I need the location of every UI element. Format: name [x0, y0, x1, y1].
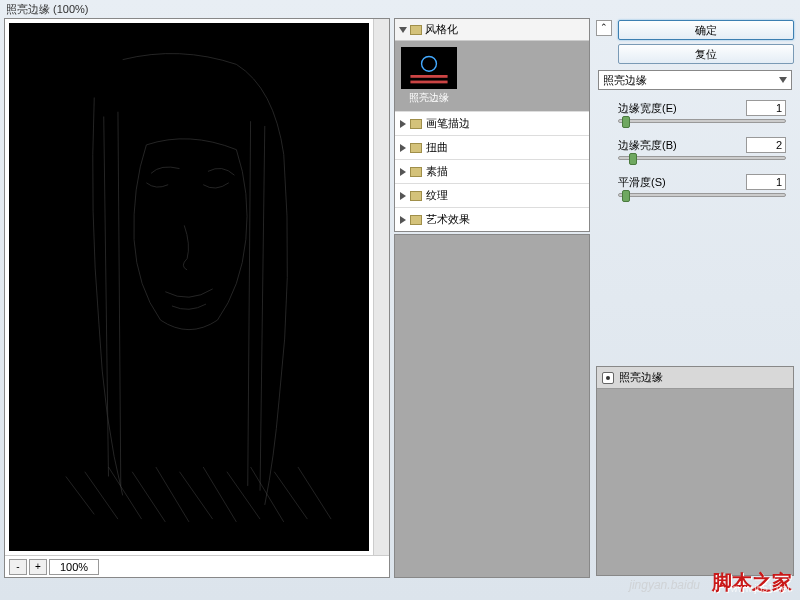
chevron-right-icon — [400, 144, 406, 152]
smoothness-input[interactable] — [746, 174, 786, 190]
category-row[interactable]: 素描 — [395, 159, 589, 183]
edge-brightness-slider[interactable] — [618, 156, 786, 160]
folder-icon — [410, 143, 422, 153]
folder-icon — [410, 167, 422, 177]
layer-label: 照亮边缘 — [619, 370, 663, 385]
category-row[interactable]: 扭曲 — [395, 135, 589, 159]
category-label: 素描 — [426, 164, 448, 179]
zoom-in-button[interactable]: + — [29, 559, 47, 575]
main-container: - + 100% 风格化 照亮边缘 画笔描边 扭曲 素描 纹 — [0, 18, 800, 578]
category-expanded-header[interactable]: 风格化 — [395, 19, 589, 41]
param-label: 平滑度(S) — [618, 175, 666, 190]
category-row[interactable]: 纹理 — [395, 183, 589, 207]
edge-width-input[interactable] — [746, 100, 786, 116]
folder-icon — [410, 25, 422, 35]
slider-thumb[interactable] — [622, 190, 630, 202]
preview-pane: - + 100% — [4, 18, 390, 578]
category-label: 纹理 — [426, 188, 448, 203]
parameters: 边缘宽度(E) 边缘亮度(B) 平滑度(S) — [596, 96, 794, 211]
chevron-right-icon — [400, 120, 406, 128]
settings-pane: ⌃ 确定 复位 照亮边缘 边缘宽度(E) 边缘亮度(B) 平滑度(S) — [594, 18, 796, 578]
visibility-eye-icon[interactable] — [602, 372, 614, 384]
filter-categories-pane: 风格化 照亮边缘 画笔描边 扭曲 素描 纹理 艺术效果 — [394, 18, 590, 578]
window-title: 照亮边缘 (100%) — [6, 3, 89, 15]
window-titlebar: 照亮边缘 (100%) — [0, 0, 800, 18]
param-label: 边缘亮度(B) — [618, 138, 677, 153]
zoom-out-button[interactable]: - — [9, 559, 27, 575]
watermark-url: www.jb51.net — [731, 583, 790, 594]
category-row[interactable]: 艺术效果 — [395, 207, 589, 231]
watermark-gray: jingyan.baidu — [629, 578, 700, 592]
chevron-down-icon — [779, 77, 787, 83]
edge-brightness-input[interactable] — [746, 137, 786, 153]
smoothness-slider[interactable] — [618, 193, 786, 197]
svg-rect-4 — [410, 81, 447, 84]
category-label: 扭曲 — [426, 140, 448, 155]
dropdown-value: 照亮边缘 — [603, 73, 647, 88]
edge-width-slider[interactable] — [618, 119, 786, 123]
category-label: 艺术效果 — [426, 212, 470, 227]
filter-thumb-glowing-edges[interactable]: 照亮边缘 — [401, 47, 457, 105]
svg-rect-0 — [9, 41, 369, 534]
category-label: 风格化 — [425, 22, 458, 37]
preview-footer: - + 100% — [5, 555, 389, 577]
category-empty-area — [394, 234, 590, 578]
chevron-right-icon — [400, 192, 406, 200]
chevron-down-icon — [399, 27, 407, 33]
preview-canvas[interactable] — [9, 23, 369, 551]
param-edge-width: 边缘宽度(E) — [618, 100, 786, 123]
effect-layer-row[interactable]: 照亮边缘 — [597, 367, 793, 389]
param-smoothness: 平滑度(S) — [618, 174, 786, 197]
ok-button[interactable]: 确定 — [618, 20, 794, 40]
chevron-right-icon — [400, 216, 406, 224]
folder-icon — [410, 119, 422, 129]
filter-thumbnails: 照亮边缘 — [395, 41, 589, 111]
effect-layers-box: 照亮边缘 — [596, 366, 794, 576]
reset-button[interactable]: 复位 — [618, 44, 794, 64]
slider-thumb[interactable] — [629, 153, 637, 165]
thumb-label: 照亮边缘 — [401, 91, 457, 105]
folder-icon — [410, 191, 422, 201]
param-edge-brightness: 边缘亮度(B) — [618, 137, 786, 160]
slider-thumb[interactable] — [622, 116, 630, 128]
svg-rect-3 — [410, 75, 447, 78]
collapse-button[interactable]: ⌃ — [596, 20, 612, 36]
zoom-value[interactable]: 100% — [49, 559, 99, 575]
chevron-right-icon — [400, 168, 406, 176]
filter-dropdown[interactable]: 照亮边缘 — [598, 70, 792, 90]
category-list: 风格化 照亮边缘 画笔描边 扭曲 素描 纹理 艺术效果 — [394, 18, 590, 232]
preview-scrollbar-vertical[interactable] — [373, 19, 389, 555]
category-row[interactable]: 画笔描边 — [395, 111, 589, 135]
category-label: 画笔描边 — [426, 116, 470, 131]
glowing-edges-preview — [9, 23, 369, 551]
folder-icon — [410, 215, 422, 225]
param-label: 边缘宽度(E) — [618, 101, 677, 116]
